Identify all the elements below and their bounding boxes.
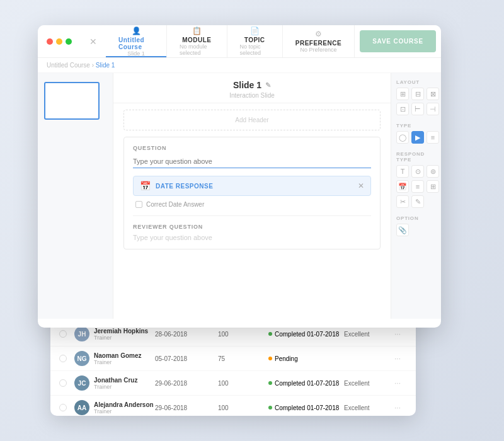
- status-badge: Completed 01-07-2018: [268, 404, 344, 411]
- result-text: Excellent: [344, 331, 394, 338]
- traffic-light-red[interactable]: [47, 38, 53, 45]
- status-text: Pending: [275, 355, 298, 362]
- slide-title: Slide 1 ✎: [233, 80, 271, 90]
- status-dot: [268, 381, 272, 385]
- respond-label: RESPOND TYPE: [396, 151, 436, 163]
- user-icon: 👤: [132, 26, 141, 35]
- complete-pct: 75: [218, 355, 268, 362]
- date-assigned: 05-07-2018: [155, 355, 218, 362]
- edit-icon[interactable]: ✎: [265, 81, 271, 89]
- status-dot: [268, 406, 272, 410]
- correct-date-label: Correct Date Answer: [146, 201, 204, 208]
- tab-module-title: MODULE: [182, 37, 211, 43]
- option-section: OPTION 📎: [396, 215, 436, 236]
- tab-preference-title: PREFERENCE: [295, 40, 341, 47]
- layout-btn-6[interactable]: ⊣: [427, 103, 439, 115]
- calendar-icon: 📅: [140, 181, 151, 191]
- respond-btn-edit[interactable]: ✎: [411, 195, 424, 208]
- respond-btn-radio[interactable]: ⊙: [411, 165, 424, 178]
- assignee-info: JH Jeremiah Hopkins Trainer: [74, 326, 155, 341]
- respond-btn-grid[interactable]: ⊞: [427, 180, 439, 193]
- editor-area: Slide 1 ✎ Interaction Slide Add Header Q…: [113, 73, 391, 319]
- row-menu[interactable]: ···: [394, 354, 407, 363]
- avatar: JH: [74, 326, 89, 341]
- date-assigned: 29-06-2018: [155, 404, 218, 411]
- layout-btn-1[interactable]: ⊞: [396, 88, 409, 100]
- slide-thumbnail[interactable]: [44, 82, 100, 120]
- slide-title-bar: Slide 1 ✎ Interaction Slide: [113, 73, 391, 103]
- assignee-name: Alejandra Anderson: [94, 401, 154, 408]
- status-text: Completed 01-07-2018: [275, 331, 339, 338]
- status-dot: [268, 332, 272, 336]
- row-radio[interactable]: [59, 379, 67, 387]
- complete-pct: 100: [218, 331, 268, 338]
- breadcrumb: Untitled Course › Slide 1: [38, 58, 441, 73]
- row-menu[interactable]: ···: [394, 379, 407, 387]
- status-badge: Completed 01-07-2018: [268, 331, 344, 338]
- layout-icon-grid: ⊞ ⊟ ⊠ ⊡ ⊢ ⊣: [396, 88, 436, 115]
- tab-course-subtitle: Slide 1: [127, 50, 145, 57]
- main-window: ✕ 👤 Untitled Course Slide 1 📋 MODULE No …: [38, 25, 441, 328]
- assignee-info: AA Alejandra Anderson Trainer: [74, 400, 155, 415]
- tab-module[interactable]: 📋 MODULE No module selected: [167, 25, 227, 57]
- row-menu[interactable]: ···: [394, 403, 407, 412]
- right-panel: LAYOUT ⊞ ⊟ ⊠ ⊡ ⊢ ⊣ TYPE ◯ ▶ ≡: [391, 73, 441, 319]
- layout-btn-5[interactable]: ⊢: [411, 103, 424, 115]
- respond-btn-check[interactable]: ⊚: [427, 165, 439, 178]
- status-dot: [268, 357, 272, 360]
- nav-tabs: 👤 Untitled Course Slide 1 📋 MODULE No mo…: [106, 25, 355, 57]
- add-header-zone[interactable]: Add Header: [123, 110, 381, 130]
- type-label: TYPE: [396, 123, 436, 129]
- date-assigned: 28-06-2018: [155, 331, 218, 338]
- row-menu[interactable]: ···: [394, 329, 407, 338]
- assignee-info: JC Jonathan Cruz Trainer: [74, 375, 155, 391]
- date-response-label: DATE RESPONSE: [156, 183, 353, 190]
- date-response-close[interactable]: ✕: [358, 181, 364, 190]
- assignee-name: Jonathan Cruz: [94, 377, 137, 384]
- layout-btn-3[interactable]: ⊠: [427, 88, 439, 100]
- layout-btn-2[interactable]: ⊟: [411, 88, 424, 100]
- tab-preference[interactable]: ⚙ PREFERENCE No Preference: [283, 25, 355, 57]
- row-radio[interactable]: [59, 355, 67, 362]
- module-icon: 📋: [192, 26, 202, 35]
- layout-section: LAYOUT ⊞ ⊟ ⊠ ⊡ ⊢ ⊣: [396, 79, 436, 115]
- assignee-role: Trainer: [94, 408, 154, 415]
- row-radio[interactable]: [59, 404, 67, 411]
- respond-btn-cut[interactable]: ✂: [396, 195, 409, 208]
- assignee-name: Naoman Gomez: [94, 352, 142, 359]
- breadcrumb-current: Slide 1: [96, 62, 115, 69]
- breadcrumb-parent[interactable]: Untitled Course: [47, 62, 90, 69]
- traffic-light-green[interactable]: [66, 38, 72, 45]
- close-button[interactable]: ✕: [81, 25, 106, 57]
- row-radio[interactable]: [59, 330, 67, 338]
- type-btn-circle[interactable]: ◯: [396, 131, 409, 144]
- window-wrapper: 🔍 12 assignee by Date All Filter ASSIGNE…: [38, 25, 466, 416]
- question-label: QUESTION: [133, 145, 371, 151]
- title-bar: ✕ 👤 Untitled Course Slide 1 📋 MODULE No …: [38, 25, 441, 58]
- option-btn-attach[interactable]: 📎: [396, 224, 409, 236]
- save-course-button[interactable]: SAVE COURSE: [360, 30, 436, 52]
- avatar: NG: [74, 351, 89, 366]
- traffic-light-yellow[interactable]: [56, 38, 62, 45]
- correct-date-row: Correct Date Answer: [133, 201, 371, 208]
- table-row: JC Jonathan Cruz Trainer 29-06-2018 100 …: [50, 371, 416, 396]
- assignee-role: Trainer: [94, 359, 142, 365]
- respond-btn-dropdown[interactable]: ≡: [411, 180, 424, 193]
- respond-btn-date[interactable]: 📅: [396, 180, 409, 193]
- type-btn-play[interactable]: ▶: [411, 131, 424, 144]
- assignee-role: Trainer: [94, 335, 148, 341]
- respond-btn-text[interactable]: T: [396, 165, 409, 178]
- layout-btn-4[interactable]: ⊡: [396, 103, 409, 115]
- tab-topic-title: TOPIC: [244, 37, 265, 43]
- respond-icon-grid: T ⊙ ⊚ 📅 ≡ ⊞ ✂ ✎: [396, 165, 436, 208]
- avatar: JC: [74, 375, 89, 391]
- question-input[interactable]: [133, 158, 371, 168]
- left-panel: [38, 73, 113, 319]
- type-btn-list[interactable]: ≡: [427, 131, 439, 144]
- avatar: AA: [74, 400, 89, 415]
- tab-topic[interactable]: 📄 TOPIC No topic selected: [227, 25, 283, 57]
- correct-date-checkbox[interactable]: [135, 201, 142, 208]
- tab-preference-subtitle: No Preference: [300, 47, 336, 53]
- tab-course[interactable]: 👤 Untitled Course Slide 1: [106, 25, 167, 57]
- result-text: Excellent: [344, 404, 394, 411]
